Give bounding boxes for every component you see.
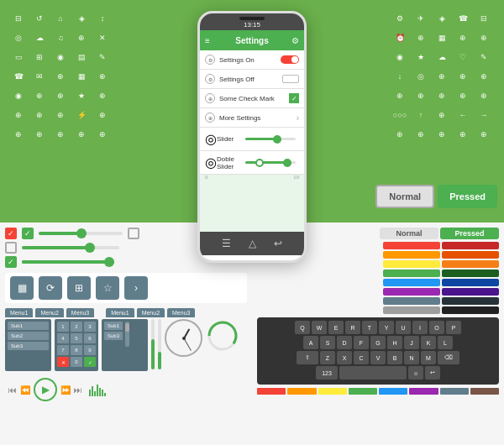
nav-star-btn[interactable]: ☆	[96, 276, 119, 300]
key-c[interactable]: C	[354, 351, 369, 364]
key-n[interactable]: N	[404, 351, 419, 364]
slider-track[interactable]	[245, 138, 296, 140]
key-shift[interactable]: ⇧	[297, 351, 318, 364]
icon-arrows: ↕	[94, 10, 111, 27]
key-7[interactable]: 7	[57, 345, 69, 355]
menu-item-r-sub3[interactable]: Sub3	[104, 332, 123, 340]
menu-tab-5[interactable]: Menu2	[137, 308, 165, 317]
menu-tab-1[interactable]: Menu1	[5, 308, 33, 317]
key-emoji[interactable]: ☺	[408, 366, 423, 380]
slider-3-thumb[interactable]	[104, 257, 114, 267]
key-u[interactable]: U	[396, 321, 411, 334]
toggle-off[interactable]	[282, 75, 299, 83]
more-settings-row[interactable]: ⊕ More Settings ›	[200, 108, 304, 128]
key-enter[interactable]: ↩	[425, 366, 440, 380]
pressed-button-top[interactable]: Pressed	[438, 185, 497, 208]
double-slider-row[interactable]: ◎ Doble Slider	[200, 151, 304, 175]
key-a[interactable]: A	[303, 336, 318, 349]
phone-back-btn[interactable]: ☰	[222, 238, 231, 249]
checkbox-green[interactable]: ✓	[22, 228, 34, 239]
v-slider-2[interactable]	[158, 319, 161, 369]
menu-tab-3[interactable]: Menu3	[66, 308, 94, 317]
slider-row[interactable]: ◎ Slider	[200, 128, 304, 151]
key-cancel[interactable]: ✕	[57, 357, 69, 367]
menu-item-r-sub1[interactable]: Sub1	[104, 322, 123, 330]
slider-2[interactable]	[22, 246, 119, 249]
checkbox-green-2[interactable]: ✓	[5, 256, 17, 268]
media-prev-btn[interactable]: ⏮	[8, 385, 17, 395]
phone-home-btn[interactable]: △	[249, 238, 256, 249]
settings-on-row[interactable]: ⚙ Settings On	[200, 50, 304, 70]
key-0[interactable]: 0	[71, 357, 82, 367]
key-z[interactable]: Z	[320, 351, 335, 364]
key-i[interactable]: I	[412, 321, 428, 334]
check-mark-row[interactable]: ⊕ Some Check Mark ✓	[200, 89, 304, 108]
menu-tab-2[interactable]: Menu2	[35, 308, 63, 317]
key-w[interactable]: W	[312, 321, 327, 334]
key-1[interactable]: 1	[57, 322, 69, 332]
key-backspace[interactable]: ⌫	[438, 351, 459, 364]
key-8[interactable]: 8	[71, 345, 82, 355]
media-next-btn[interactable]: ⏭	[74, 385, 82, 395]
slider-3[interactable]	[22, 260, 114, 264]
key-l[interactable]: L	[438, 336, 453, 349]
key-9[interactable]: 9	[84, 345, 96, 355]
menu-tab-4[interactable]: Menu1	[106, 308, 134, 317]
nav-grid-btn[interactable]: ▦	[10, 276, 34, 300]
key-f[interactable]: F	[354, 336, 369, 349]
key-p[interactable]: P	[446, 321, 461, 334]
checkbox-checked[interactable]: ✓	[289, 93, 299, 103]
key-e[interactable]: E	[328, 321, 344, 334]
play-button[interactable]: ▶	[34, 378, 57, 401]
phone-return-btn[interactable]: ↩	[274, 238, 282, 249]
slider-1[interactable]	[39, 232, 123, 235]
key-x[interactable]: X	[337, 351, 352, 364]
key-v[interactable]: V	[370, 351, 386, 364]
key-k[interactable]: K	[421, 336, 436, 349]
settings-off-row[interactable]: ⚙ Settings Off	[200, 70, 304, 89]
scrollbar-thumb[interactable]	[125, 323, 129, 332]
key-3[interactable]: 3	[84, 322, 96, 332]
nav-refresh-btn[interactable]: ⟳	[39, 276, 62, 300]
media-fwd-btn[interactable]: ⏩	[60, 385, 71, 395]
key-g[interactable]: G	[370, 336, 386, 349]
slider-2-thumb[interactable]	[85, 243, 95, 253]
menu-item-sub2[interactable]: Sub2	[8, 332, 49, 340]
key-2[interactable]: 2	[71, 322, 82, 332]
double-slider-thumb-l[interactable]	[255, 159, 264, 167]
menu-tab-6[interactable]: Menu3	[167, 308, 195, 317]
menu-item-sub1[interactable]: Sub1	[8, 322, 49, 330]
double-slider-track[interactable]	[245, 161, 296, 164]
key-h[interactable]: H	[387, 336, 402, 349]
icon-undo: ↺	[31, 10, 48, 27]
key-123[interactable]: 123	[316, 366, 338, 380]
double-slider-thumb-r[interactable]	[283, 159, 291, 167]
key-m[interactable]: M	[421, 351, 436, 364]
key-r[interactable]: R	[345, 321, 360, 334]
toggle-on[interactable]	[281, 55, 299, 64]
slider-thumb[interactable]	[273, 135, 281, 144]
key-y[interactable]: Y	[379, 321, 394, 334]
key-t[interactable]: T	[362, 321, 377, 334]
key-o[interactable]: O	[429, 321, 444, 334]
key-call[interactable]: ✓	[84, 357, 96, 367]
key-j[interactable]: J	[404, 336, 419, 349]
icon-pencil: ✎	[94, 49, 111, 65]
nav-chevron-btn[interactable]: ›	[124, 276, 148, 300]
nav-copy-btn[interactable]: ⊞	[67, 276, 91, 300]
key-q[interactable]: Q	[295, 321, 310, 334]
key-4[interactable]: 4	[57, 333, 69, 343]
key-6[interactable]: 6	[84, 333, 96, 343]
media-rew-btn[interactable]: ⏪	[20, 385, 30, 395]
key-b[interactable]: B	[387, 351, 402, 364]
key-space[interactable]	[339, 366, 407, 380]
key-5[interactable]: 5	[71, 333, 82, 343]
scrollbar[interactable]	[125, 322, 129, 347]
menu-item-sub3[interactable]: Sub3	[8, 342, 49, 350]
key-d[interactable]: D	[337, 336, 352, 349]
checkbox-empty-2[interactable]	[5, 242, 17, 254]
checkbox-red[interactable]: ✓	[5, 228, 17, 239]
key-s[interactable]: S	[320, 336, 335, 349]
v-slider-1[interactable]	[151, 319, 155, 369]
slider-1-thumb[interactable]	[76, 228, 87, 238]
